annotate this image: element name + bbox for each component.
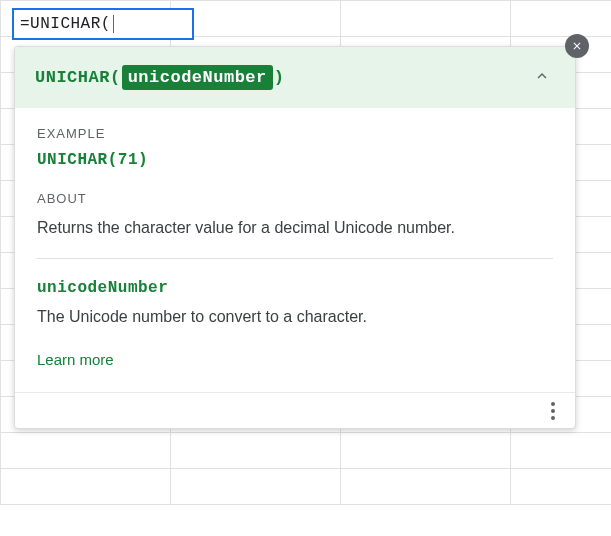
tooltip-body: EXAMPLE UNICHAR(71) ABOUT Returns the ch… bbox=[15, 108, 575, 392]
formula-text: =UNICHAR( bbox=[20, 15, 111, 33]
function-signature: UNICHAR(unicodeNumber) bbox=[35, 65, 284, 90]
function-name: UNICHAR bbox=[35, 68, 110, 87]
learn-more-link[interactable]: Learn more bbox=[37, 351, 114, 368]
parameter-name: unicodeNumber bbox=[37, 279, 553, 297]
kebab-dot-icon bbox=[551, 402, 555, 406]
tooltip-header: UNICHAR(unicodeNumber) bbox=[15, 47, 575, 108]
formula-input-cell[interactable]: =UNICHAR( bbox=[12, 8, 194, 40]
collapse-button[interactable] bbox=[529, 63, 555, 92]
kebab-dot-icon bbox=[551, 409, 555, 413]
open-paren: ( bbox=[110, 68, 121, 87]
function-help-tooltip: UNICHAR(unicodeNumber) EXAMPLE UNICHAR(7… bbox=[14, 46, 576, 429]
text-cursor bbox=[113, 15, 114, 33]
current-parameter: unicodeNumber bbox=[122, 65, 273, 90]
tooltip-footer bbox=[15, 392, 575, 428]
about-label: ABOUT bbox=[37, 191, 553, 206]
more-options-button[interactable] bbox=[547, 398, 559, 424]
close-tooltip-button[interactable] bbox=[565, 34, 589, 58]
example-label: EXAMPLE bbox=[37, 126, 553, 141]
example-value: UNICHAR(71) bbox=[37, 151, 553, 169]
divider bbox=[37, 258, 553, 259]
close-icon bbox=[571, 40, 583, 52]
kebab-dot-icon bbox=[551, 416, 555, 420]
close-paren: ) bbox=[274, 68, 285, 87]
about-description: Returns the character value for a decima… bbox=[37, 216, 553, 240]
parameter-description: The Unicode number to convert to a chara… bbox=[37, 305, 553, 329]
chevron-up-icon bbox=[533, 67, 551, 85]
